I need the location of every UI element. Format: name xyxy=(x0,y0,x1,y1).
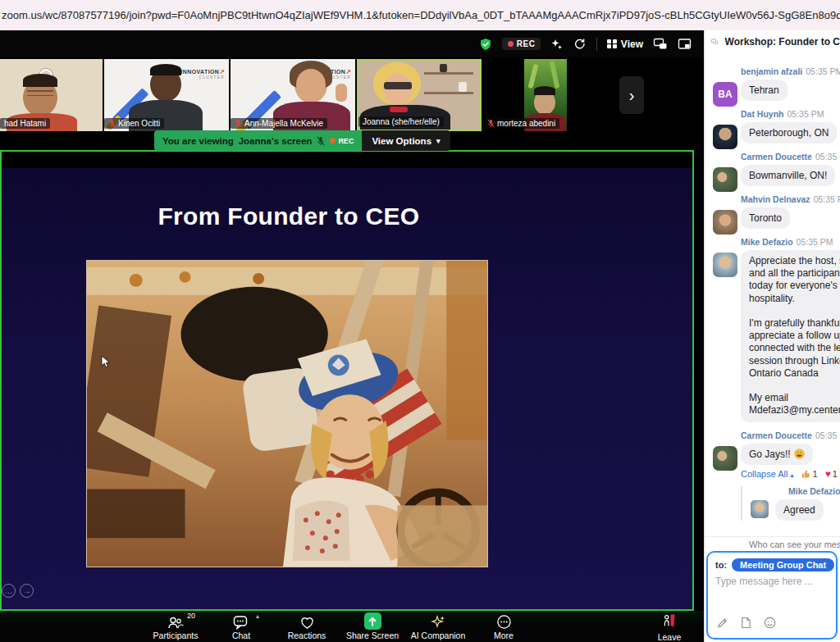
attach-file-icon[interactable] xyxy=(741,617,751,632)
rec-dot-icon xyxy=(330,138,336,143)
view-button[interactable]: View xyxy=(607,39,643,50)
emoji-icon[interactable] xyxy=(764,617,776,632)
leave-button[interactable]: Leave xyxy=(645,612,694,642)
logo-arrow-icon: ↗ xyxy=(345,68,351,75)
message-sender: Mahvin Delnavaz xyxy=(741,194,810,204)
muted-mic-icon xyxy=(487,119,495,128)
recipient-row: to: Meeting Group Chat xyxy=(715,558,829,571)
message-sender: benjamin afzali xyxy=(741,66,802,76)
participant-name: Ann-Majella McKelvie xyxy=(244,119,323,128)
meeting-main-area: REC View xyxy=(0,30,704,642)
privacy-notice: Who can see your messa xyxy=(705,536,840,549)
chat-messages-list[interactable]: benjamin afzali05:35 PM BA Tehran Dat Hu… xyxy=(705,53,840,535)
chat-icon: ▴ xyxy=(233,613,249,630)
avatar xyxy=(713,167,737,192)
participant-hair xyxy=(23,74,57,87)
participant-name: had Hatami xyxy=(4,119,46,128)
reactions-button[interactable]: Reactions xyxy=(277,613,336,640)
participants-count: 20 xyxy=(187,612,195,620)
composer-toolbar xyxy=(716,617,776,632)
shelf xyxy=(424,92,473,94)
participant-video[interactable]: had Hatami xyxy=(0,59,103,131)
participant-name-tag: morteza abedini xyxy=(483,118,559,129)
recording-indicator[interactable]: REC xyxy=(502,38,541,50)
message-bubble: Appreciate the host, staff and all the p… xyxy=(741,250,840,422)
format-text-icon[interactable] xyxy=(716,617,728,632)
message-time: 05:35 PM xyxy=(806,66,840,76)
view-options-button[interactable]: View Options ▾ xyxy=(362,130,450,151)
recipient-selector[interactable]: Meeting Group Chat xyxy=(732,558,834,571)
meeting-top-toolbar: REC View xyxy=(0,30,704,57)
rotate-view-icon[interactable] xyxy=(573,36,587,52)
raised-hand xyxy=(336,84,347,102)
chat-caret-icon[interactable]: ▴ xyxy=(256,612,259,620)
slideshow-controls: … → xyxy=(2,584,34,598)
participant-video[interactable]: INNOVATION↗ CLUSTER Ann-Majella McKelvie xyxy=(231,59,355,131)
toolbar-divider xyxy=(596,38,597,51)
message-sender: Dat Huynh xyxy=(741,109,784,119)
chat-panel-header: Workshop: Founder to C xyxy=(705,30,840,53)
picture-in-picture-icon[interactable] xyxy=(653,36,668,52)
heart-reaction[interactable]: ♥ 1 xyxy=(825,468,838,480)
viewing-prefix: You are viewing xyxy=(162,136,234,146)
rec-label: REC xyxy=(517,39,536,48)
participant-name-tag: Ann-Majella McKelvie xyxy=(231,118,327,129)
viewing-subject: Joanna's screen xyxy=(239,136,313,146)
message-thread: Mike Defazio05:36 P Agreed xyxy=(741,486,840,521)
minimize-window-icon[interactable] xyxy=(678,36,692,52)
participant-video[interactable]: morteza abedini xyxy=(483,59,608,131)
participant-name-tag: Joanna (she/her/elle) xyxy=(358,116,444,127)
next-participants-button[interactable]: › xyxy=(619,76,644,114)
participant-name: Joanna (she/her/elle) xyxy=(363,117,440,126)
browser-address-bar[interactable]: zoom.us/wc/87087577196/join?pwd=F0AoMnjP… xyxy=(0,0,840,30)
message-bubble: Peterborough, ON xyxy=(741,122,837,143)
message-sender: Carmen Doucette xyxy=(741,430,812,440)
grinning-face-emoji xyxy=(794,448,805,459)
shared-screen-area: From Founder to CEO xyxy=(0,150,694,611)
message-bubble: Agreed xyxy=(775,499,824,521)
participant-video-active-speaker[interactable]: Joanna (she/her/elle) xyxy=(357,59,482,131)
slideshow-next-icon: → xyxy=(20,584,34,598)
ai-companion-button[interactable]: AI Companion xyxy=(409,613,468,640)
message-bubble: Toronto xyxy=(741,207,790,229)
message-bubble: Bowmanville, ON! xyxy=(741,165,835,186)
participant-name-tag: Kinen Ocitti xyxy=(104,118,164,129)
more-button[interactable]: More xyxy=(474,613,533,640)
message-time: 05:35 PM xyxy=(815,430,840,440)
message-composer[interactable]: to: Meeting Group Chat xyxy=(706,551,838,640)
collapse-all-link[interactable]: Collapse All ▴ xyxy=(741,469,794,479)
leave-icon xyxy=(661,612,678,631)
participant-name: Kinen Ocitti xyxy=(118,119,160,128)
avatar xyxy=(751,500,769,518)
ai-sparkle-icon[interactable] xyxy=(550,36,563,52)
red-collar xyxy=(390,107,408,112)
rec-dot-icon xyxy=(508,41,514,47)
share-screen-button[interactable]: Share Screen xyxy=(343,613,402,640)
message-sender: Mike Defazio xyxy=(788,486,840,496)
message-input[interactable] xyxy=(715,576,829,608)
shelf-object xyxy=(440,64,447,72)
muted-mic-icon xyxy=(108,119,116,128)
glasses xyxy=(27,90,53,96)
grid-view-icon xyxy=(607,39,617,49)
shelf xyxy=(424,72,473,75)
encryption-shield-icon[interactable] xyxy=(479,36,492,52)
toolbar-buttons: 20 Participants ▴ Chat Reactions xyxy=(146,613,533,640)
screen-share-banner: You are viewing Joanna's screen REC View… xyxy=(154,130,450,151)
message-time: 05:35 PM xyxy=(788,109,824,119)
chat-button[interactable]: ▴ Chat xyxy=(212,613,271,640)
logo-arrow-icon: ↗ xyxy=(219,68,225,75)
collapse-caret-icon: ▴ xyxy=(791,471,794,479)
participants-icon: 20 xyxy=(167,613,184,630)
thumbs-up-reaction[interactable]: 1 xyxy=(801,469,818,479)
view-label: View xyxy=(621,39,643,50)
shelf-object xyxy=(459,82,467,92)
heart-icon xyxy=(299,613,315,630)
url-text: zoom.us/wc/87087577196/join?pwd=F0AoMnjP… xyxy=(0,9,840,21)
chat-panel-title: Workshop: Founder to C xyxy=(725,36,840,48)
participant-video[interactable]: INNOVATION↗ CLUSTER Kinen Ocitti xyxy=(104,59,229,131)
innovation-cluster-logo: INNOVATION↗ CLUSTER xyxy=(180,63,225,80)
chat-message: Mike Defazio05:35 PM Appreciate the host… xyxy=(705,237,840,422)
participant-hair xyxy=(150,64,181,75)
participants-button[interactable]: 20 Participants xyxy=(146,613,205,640)
